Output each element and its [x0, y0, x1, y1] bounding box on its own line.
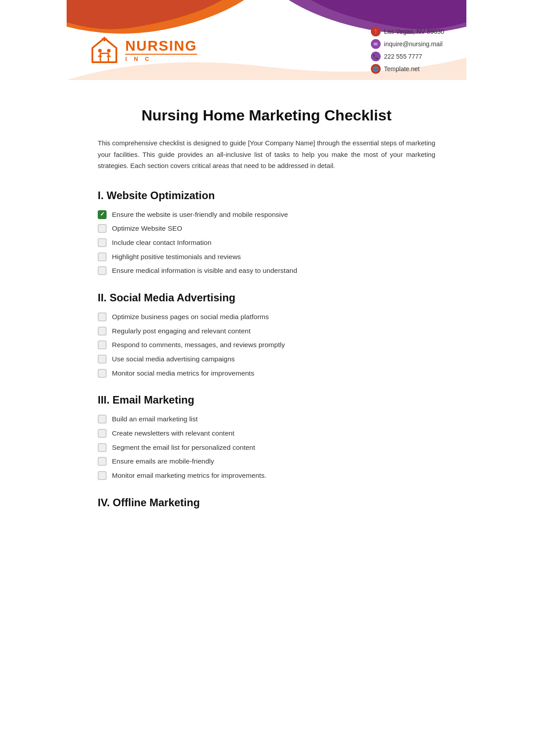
nursing-logo-icon — [89, 35, 120, 66]
section-title-4: IV. Offline Marketing — [98, 496, 435, 509]
checkbox-unchecked[interactable] — [98, 327, 107, 336]
list-item[interactable]: Optimize Website SEO — [98, 224, 435, 233]
contact-item-web: 🌐 Template.net — [371, 64, 444, 74]
list-item[interactable]: Use social media advertising campaigns — [98, 354, 435, 364]
checklist-item-text: Highlight positive testimonials and revi… — [112, 252, 241, 262]
checklist-item-text: Build an email marketing list — [112, 414, 198, 424]
header: NURSING I N C 📍 Las Vegas, NV 89030 ✉ in… — [67, 0, 466, 89]
phone-icon: 📞 — [371, 52, 381, 61]
contact-item-phone: 📞 222 555 7777 — [371, 52, 444, 61]
checklist-item-text: Respond to comments, messages, and revie… — [112, 340, 285, 350]
sections-container: I. Website OptimizationEnsure the websit… — [98, 189, 435, 509]
section-4: IV. Offline Marketing — [98, 496, 435, 509]
email-icon: ✉ — [371, 39, 381, 49]
list-item[interactable]: Respond to comments, messages, and revie… — [98, 340, 435, 350]
checkbox-unchecked[interactable] — [98, 369, 107, 378]
checklist-item-text: Segment the email list for personalized … — [112, 443, 255, 452]
checkbox-unchecked[interactable] — [98, 312, 107, 321]
checkbox-unchecked[interactable] — [98, 224, 107, 233]
checkbox-unchecked[interactable] — [98, 355, 107, 364]
logo-name: NURSING — [125, 39, 197, 53]
list-item[interactable]: Build an email marketing list — [98, 414, 435, 424]
header-content: NURSING I N C 📍 Las Vegas, NV 89030 ✉ in… — [67, 0, 466, 83]
list-item[interactable]: Highlight positive testimonials and revi… — [98, 252, 435, 262]
checkbox-unchecked[interactable] — [98, 415, 107, 424]
svg-marker-0 — [92, 38, 116, 62]
contact-phone-text: 222 555 7777 — [384, 53, 422, 60]
checklist-3: Build an email marketing listCreate news… — [98, 414, 435, 480]
web-icon: 🌐 — [371, 64, 381, 74]
checkbox-unchecked[interactable] — [98, 340, 107, 349]
contact-web-text: Template.net — [384, 65, 420, 72]
page-title: Nursing Home Marketing Checklist — [98, 107, 435, 124]
list-item[interactable]: Regularly post engaging and relevant con… — [98, 326, 435, 336]
checklist-2: Optimize business pages on social media … — [98, 312, 435, 378]
checklist-item-text: Include clear contact Information — [112, 238, 211, 248]
section-3: III. Email MarketingBuild an email marke… — [98, 394, 435, 480]
section-title-2: II. Social Media Advertising — [98, 292, 435, 304]
checklist-item-text: Ensure medical information is visible an… — [112, 266, 297, 276]
svg-point-3 — [107, 49, 111, 52]
section-title-3: III. Email Marketing — [98, 394, 435, 406]
section-2: II. Social Media AdvertisingOptimize bus… — [98, 292, 435, 378]
checklist-item-text: Optimize Website SEO — [112, 224, 182, 233]
checklist-1: Ensure the website is user-friendly and … — [98, 210, 435, 276]
contact-item-email: ✉ inquire@nursing.mail — [371, 39, 444, 49]
checklist-item-text: Ensure emails are mobile-friendly — [112, 456, 214, 466]
section-title-1: I. Website Optimization — [98, 189, 435, 202]
list-item[interactable]: Create newsletters with relevant content — [98, 428, 435, 438]
checklist-item-text: Use social media advertising campaigns — [112, 354, 235, 364]
section-1: I. Website OptimizationEnsure the websit… — [98, 189, 435, 276]
checkbox-unchecked[interactable] — [98, 429, 107, 438]
contact-location-text: Las Vegas, NV 89030 — [384, 28, 444, 35]
contact-info: 📍 Las Vegas, NV 89030 ✉ inquire@nursing.… — [371, 27, 444, 74]
list-item[interactable]: Monitor email marketing metrics for impr… — [98, 471, 435, 480]
list-item[interactable]: Segment the email list for personalized … — [98, 443, 435, 452]
svg-rect-1 — [100, 53, 108, 62]
checklist-item-text: Optimize business pages on social media … — [112, 312, 269, 322]
checklist-item-text: Monitor email marketing metrics for impr… — [112, 471, 266, 480]
location-icon: 📍 — [371, 27, 381, 36]
logo-area: NURSING I N C — [89, 35, 197, 66]
list-item[interactable]: Ensure the website is user-friendly and … — [98, 210, 435, 220]
checkbox-unchecked[interactable] — [98, 266, 107, 275]
list-item[interactable]: Include clear contact Information — [98, 238, 435, 248]
intro-text: This comprehensive checklist is designed… — [98, 137, 435, 172]
checkbox-unchecked[interactable] — [98, 457, 107, 466]
checklist-item-text: Create newsletters with relevant content — [112, 428, 235, 438]
checklist-item-text: Ensure the website is user-friendly and … — [112, 210, 288, 220]
checkbox-unchecked[interactable] — [98, 471, 107, 480]
list-item[interactable]: Monitor social media metrics for improve… — [98, 368, 435, 378]
checkbox-unchecked[interactable] — [98, 238, 107, 247]
checklist-item-text: Regularly post engaging and relevant con… — [112, 326, 251, 336]
checkbox-unchecked[interactable] — [98, 252, 107, 261]
svg-point-2 — [98, 49, 102, 52]
list-item[interactable]: Ensure emails are mobile-friendly — [98, 456, 435, 466]
logo-text-area: NURSING I N C — [125, 39, 197, 62]
svg-rect-5 — [102, 38, 107, 40]
main-content: Nursing Home Marketing Checklist This co… — [67, 89, 466, 552]
contact-item-location: 📍 Las Vegas, NV 89030 — [371, 27, 444, 36]
checkbox-checked[interactable] — [98, 210, 107, 219]
contact-email-text: inquire@nursing.mail — [384, 40, 443, 48]
list-item[interactable]: Optimize business pages on social media … — [98, 312, 435, 322]
checkbox-unchecked[interactable] — [98, 443, 107, 452]
logo-inc: I N C — [125, 54, 197, 62]
list-item[interactable]: Ensure medical information is visible an… — [98, 266, 435, 276]
checklist-item-text: Monitor social media metrics for improve… — [112, 368, 254, 378]
